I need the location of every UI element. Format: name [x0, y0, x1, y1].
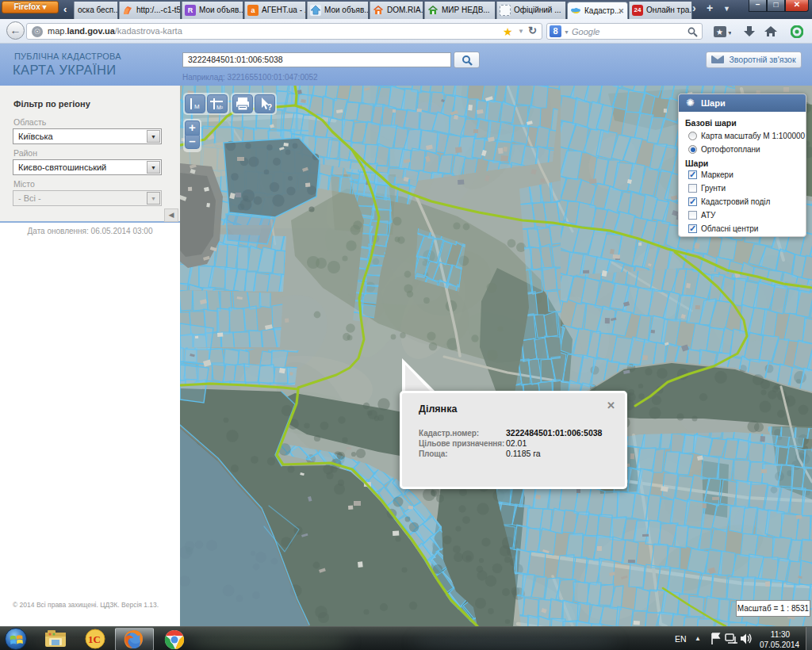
svg-text:★: ★	[716, 28, 723, 36]
svg-text:▼: ▼	[727, 30, 731, 36]
svg-text:М: М	[194, 103, 200, 110]
svg-text:1С: 1С	[88, 633, 101, 645]
svg-text:?: ?	[267, 103, 272, 112]
svg-text:М²: М²	[216, 105, 224, 110]
